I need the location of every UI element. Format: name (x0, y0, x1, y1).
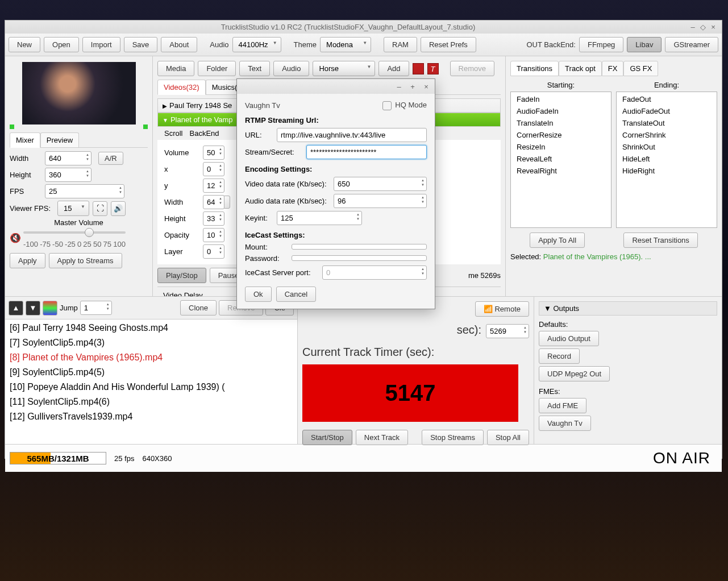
audio-rate-combo[interactable]: 44100Hz (232, 37, 281, 52)
list-item[interactable]: FadeOut (618, 93, 715, 105)
trackopt-tab[interactable]: Track opt (559, 61, 602, 76)
theme-combo[interactable]: Modena (320, 37, 371, 52)
remote-button[interactable]: 📶 Remote (475, 301, 529, 317)
mount-input[interactable] (292, 244, 427, 250)
w-spinner[interactable]: 64 (203, 195, 224, 209)
remove-button[interactable]: Remove (450, 61, 494, 76)
opacity-spinner[interactable]: 10 (203, 228, 224, 242)
total-spinner[interactable]: 5269 (486, 324, 529, 338)
playlist-item[interactable]: [7] SoylentClip5.mp4(3) (5, 335, 297, 350)
ok-button[interactable]: Ok (245, 287, 272, 302)
import-button[interactable]: Import (82, 37, 120, 52)
playlist-item[interactable]: [6] Paul Terry 1948 Seeing Ghosts.mp4 (5, 321, 297, 335)
record-button[interactable]: Record (539, 348, 580, 364)
record-icon[interactable] (413, 63, 424, 74)
gsfx-tab[interactable]: GS FX (623, 61, 658, 76)
vrate-spinner[interactable]: 650 (334, 177, 427, 191)
playlist-item[interactable]: [9] SoylentClip5.mp4(5) (5, 365, 297, 380)
list-item[interactable]: CornerShrink (618, 129, 715, 141)
stop-all-button[interactable]: Stop All (487, 430, 529, 445)
playlist-item[interactable]: [12] GulliversTravels1939.mp4 (5, 409, 297, 424)
password-input[interactable] (292, 255, 427, 261)
speaker-icon[interactable]: 🔊 (111, 201, 126, 216)
layer-spinner[interactable]: 0 (203, 244, 224, 259)
save-button[interactable]: Save (124, 37, 158, 52)
scroll-tab[interactable]: Scroll (164, 129, 183, 138)
minimize-icon[interactable]: – (688, 23, 698, 31)
list-item[interactable]: TranslateOut (618, 117, 715, 129)
dlg-close-icon[interactable]: × (421, 82, 431, 91)
folder-button[interactable]: Folder (198, 61, 236, 76)
list-item[interactable]: TranslateIn (512, 117, 610, 129)
viewer-fps-combo[interactable]: 15 (57, 201, 89, 216)
audio-button[interactable]: Audio (273, 61, 309, 76)
starting-listbox[interactable]: FadeInAudioFadeInTranslateInCornerResize… (510, 92, 611, 228)
x-spinner[interactable]: 0 (203, 162, 224, 176)
ffmpeg-button[interactable]: FFmpeg (579, 37, 623, 52)
list-item[interactable]: HideRight (618, 165, 715, 177)
apply-all-button[interactable]: Apply To All (530, 233, 585, 248)
stop-streams-button[interactable]: Stop Streams (422, 430, 484, 445)
url-input[interactable]: rtmp://live.vaughnlive.tv:443/live (277, 128, 427, 142)
dlg-maximize-icon[interactable]: + (407, 82, 418, 91)
playlist-item[interactable]: [10] Popeye Aladdin And His Wonderful La… (5, 380, 297, 395)
text-icon[interactable]: T (427, 63, 439, 74)
anim-combo[interactable]: Horse (313, 61, 375, 76)
udp-button[interactable]: UDP Mpeg2 Out (539, 366, 610, 381)
reset-transitions-button[interactable]: Reset Transitions (623, 233, 697, 248)
ending-listbox[interactable]: FadeOutAudioFadeOutTranslateOutCornerShr… (616, 92, 717, 228)
list-item[interactable]: CornerResize (512, 129, 610, 141)
list-icon[interactable] (43, 301, 57, 316)
add-fme-button[interactable]: Add FME (539, 398, 586, 413)
list-item[interactable]: RevealRight (512, 165, 610, 177)
open-button[interactable]: Open (44, 37, 79, 52)
start-stop-button[interactable]: Start/Stop (302, 430, 352, 445)
close-icon[interactable]: × (708, 23, 718, 31)
height-spinner[interactable]: 360 (45, 168, 91, 182)
videos-tab[interactable]: Videos(32) (157, 80, 206, 95)
move-down-icon[interactable]: ▼ (26, 301, 40, 316)
text-button[interactable]: Text (239, 61, 270, 76)
apply-streams-button[interactable]: Apply to Streams (49, 253, 122, 268)
y-spinner[interactable]: 12 (203, 179, 224, 193)
vaughn-tv-button[interactable]: Vaughn Tv (539, 416, 591, 431)
list-item[interactable]: FadeIn (512, 93, 610, 105)
keyint-spinner[interactable]: 125 (277, 211, 362, 225)
libav-button[interactable]: Libav (627, 37, 662, 52)
gstreamer-button[interactable]: GStreamer (665, 37, 718, 52)
secret-input[interactable]: *********************** (306, 145, 427, 159)
maximize-icon[interactable]: ◇ (698, 23, 708, 31)
jump-spinner[interactable]: 1 (80, 301, 112, 315)
preview-tab[interactable]: Preview (40, 132, 79, 147)
add-button[interactable]: Add (378, 61, 409, 76)
fullscreen-icon[interactable]: ⛶ (93, 201, 107, 216)
apply-button[interactable]: Apply (10, 253, 45, 268)
move-up-icon[interactable]: ▲ (9, 301, 23, 316)
cancel-button[interactable]: Cancel (276, 287, 316, 302)
backend-tab[interactable]: BackEnd (190, 129, 219, 138)
h-spinner[interactable]: 33 (203, 211, 224, 226)
audio-output-button[interactable]: Audio Output (539, 331, 599, 346)
list-item[interactable]: AudioFadeOut (618, 105, 715, 117)
next-track-button[interactable]: Next Track (356, 430, 408, 445)
play-stop-button[interactable]: Play/Stop (157, 268, 206, 283)
ram-button[interactable]: RAM (384, 37, 417, 52)
port-spinner[interactable]: 0 (322, 265, 427, 280)
about-button[interactable]: About (161, 37, 197, 52)
outputs-header[interactable]: ▼ Outputs (539, 301, 717, 316)
volume-spinner[interactable]: 50 (203, 146, 224, 160)
reset-prefs-button[interactable]: Reset Prefs (421, 37, 476, 52)
playlist-item[interactable]: [8] Planet of the Vampires (1965).mp4 (5, 350, 297, 365)
arate-spinner[interactable]: 96 (334, 194, 427, 208)
fx-tab[interactable]: FX (602, 61, 624, 76)
media-button[interactable]: Media (157, 61, 194, 76)
hq-mode-checkbox[interactable]: HQ Mode (382, 101, 427, 110)
transitions-tab[interactable]: Transitions (510, 61, 559, 76)
list-item[interactable]: ShrinkOut (618, 141, 715, 153)
ar-button[interactable]: A/R (98, 152, 123, 165)
new-button[interactable]: New (9, 37, 40, 52)
playlist[interactable]: [6] Paul Terry 1948 Seeing Ghosts.mp4[7]… (5, 319, 297, 444)
list-item[interactable]: HideLeft (618, 153, 715, 165)
clone-button[interactable]: Clone (180, 300, 217, 316)
width-spinner[interactable]: 640 (45, 151, 91, 165)
